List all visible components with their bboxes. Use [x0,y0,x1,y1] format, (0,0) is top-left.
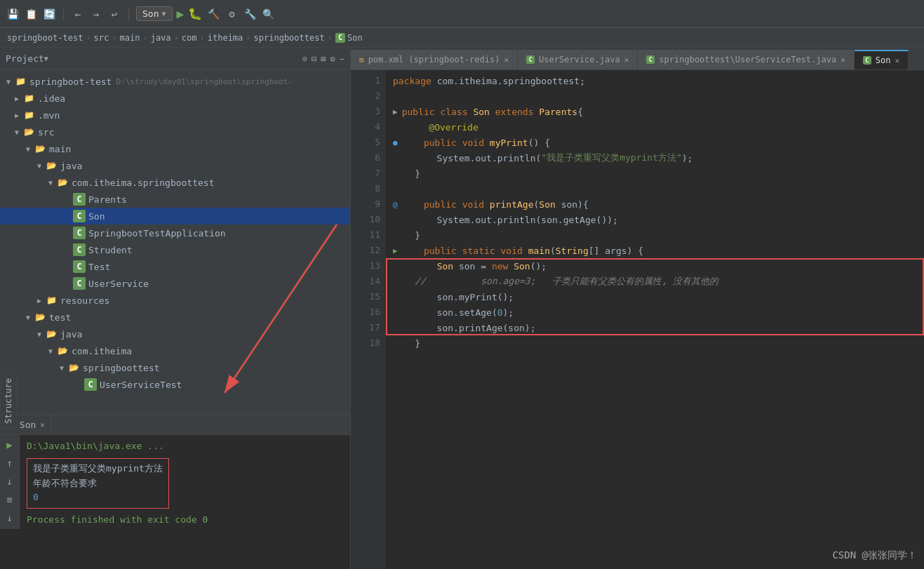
type-string: String [556,246,589,256]
sep2 [128,7,129,21]
refresh-icon[interactable]: 🔄 [42,7,56,21]
tab-close-icon[interactable]: ✕ [624,55,629,65]
code-line-13: Son son = new Son(); [393,258,924,274]
structure-tab[interactable]: Structure [0,373,17,429]
back-icon[interactable]: ← [71,7,85,21]
breadcrumb-item[interactable]: itheima [208,33,243,43]
kw-public2: public [402,138,462,148]
fn-myprint: myPrint [490,138,528,148]
run-controls: ▶ ↑ ↓ ≡ ↓ D:\Java1\bin\java.exe ... 我是子类… [0,435,350,529]
tree-test-java[interactable]: ▼ 📂 java [0,326,350,342]
arrow-icon: ▼ [45,179,56,187]
tree-springboottest[interactable]: ▼ 📂 springboottest [0,359,350,376]
tree-resources[interactable]: ▶ 📁 resources [0,292,350,309]
tree-mvn[interactable]: ▶ 📁 .mvn [0,107,350,123]
folder-icon: 📁 [14,75,27,88]
tree-parents[interactable]: C Parents [0,191,350,208]
tab-close-icon[interactable]: ✕ [841,55,845,65]
class-icon: C [73,227,86,239]
run-tab-close-icon[interactable]: ✕ [40,420,45,429]
collapse-icon[interactable]: ⊟ [312,54,316,64]
breadcrumb-item[interactable]: springboottest [254,33,325,43]
project-dropdown-icon[interactable]: ▼ [44,55,48,62]
arrow-icon: ▶ [34,297,45,304]
tree-package[interactable]: ▼ 📂 com.itheima.springboottest [0,174,350,191]
class-icon: C [84,378,97,391]
code-editor[interactable]: package com.itheima.springboottest; ▶ pu… [386,70,924,569]
folder-open-icon: 📂 [22,126,35,138]
tree-idea[interactable]: ▶ 📁 .idea [0,90,350,107]
save-icon[interactable]: 💾 [6,7,20,21]
tab-userservicetest-label: springboottest\UserServiceTest.java [659,55,836,65]
code-line-12: ▶ public static void main(String[] args)… [393,243,924,258]
locate-icon[interactable]: ⊙ [302,54,307,64]
tree-userservice[interactable]: C UserService [0,275,350,292]
forward-icon[interactable]: → [89,7,103,21]
tree-root[interactable]: ▼ 📁 springboot-test D:\strudy\day01\spri… [0,73,350,90]
arrow-icon: ▼ [11,128,22,136]
run-header: ▶ Son ✕ [0,415,350,435]
tree-main[interactable]: ▼ 📂 main [0,140,350,157]
tab-userservicetest[interactable]: C springboottest\UserServiceTest.java ✕ [638,50,855,69]
line-num-13: 13 [351,258,380,274]
run-line2-icon: ▶ [393,246,398,255]
run-up-button[interactable]: ↑ [3,456,17,470]
breadcrumb-item[interactable]: com [182,33,197,43]
run-play-button[interactable]: ▶ [3,438,17,452]
run-wrap-button[interactable]: ≡ [3,493,17,507]
tab-son[interactable]: C Son ✕ [855,50,909,69]
tab-close-icon[interactable]: ✕ [504,55,509,65]
tree-src[interactable]: ▼ 📂 src [0,123,350,140]
project-header-icons: ⊙ ⊟ ⊞ ⚙ − [302,54,344,64]
tab-son-label: Son [876,55,891,65]
kw-new: new [492,261,514,272]
line-num-8: 8 [351,181,380,196]
run-down-button[interactable]: ↓ [3,474,17,488]
class-icon: C [73,260,86,273]
tree-item-label: SpringbootTestApplication [88,228,226,239]
tree-item-label: main [49,144,71,154]
revert-icon[interactable]: ↩ [107,7,121,21]
kw-package: package [393,76,437,86]
breadcrumb-sep: › [246,33,250,43]
run-config[interactable]: Son ▼ [136,6,173,21]
kw-public: public [402,107,441,117]
minimize-icon[interactable]: − [340,54,344,64]
tree-app[interactable]: C SpringbootTestApplication [0,225,350,241]
breadcrumb-item[interactable]: java [151,33,171,43]
gear-icon[interactable]: ⚙ [330,54,335,64]
tree-item-label: Son [88,211,105,222]
class-son: Son [473,107,495,117]
tree-son[interactable]: C Son [0,208,350,225]
breadcrumb-item[interactable]: src [94,33,109,43]
save2-icon[interactable]: 📋 [24,7,38,21]
tree-item-label: test [49,312,71,323]
tab-userservice[interactable]: C UserService.java ✕ [518,50,638,69]
arrow-icon: ▶ [11,95,22,102]
tools-icon[interactable]: 🔧 [243,7,257,21]
run-button[interactable]: ▶ [177,6,185,21]
build-icon[interactable]: 🔨 [206,7,220,21]
expand-icon[interactable]: ⊞ [321,54,326,64]
debug-button[interactable]: 🐛 [188,7,202,20]
breadcrumb-item[interactable]: springboot-test [7,33,83,43]
kw-static: static [462,246,501,256]
settings-icon[interactable]: ⚙ [225,7,239,21]
line-num-2: 2 [351,88,380,104]
breadcrumb-item[interactable]: C Son [335,33,363,43]
run-stop-button[interactable]: ↓ [3,511,17,525]
tab-close-icon[interactable]: ✕ [895,56,900,65]
tree-com-itheima[interactable]: ▼ 📂 com.itheima [0,342,350,359]
tree-userservicetest[interactable]: C UserServiceTest [0,376,350,393]
tree-strudent[interactable]: C Strudent [0,241,350,258]
tree-test-folder[interactable]: ▼ 📂 test [0,309,350,326]
tree-item-label: java [60,161,82,171]
tab-pom[interactable]: m pom.xml (springboot-redis) ✕ [351,50,518,69]
tree-test-class[interactable]: C Test [0,258,350,275]
folder-open-icon: 📂 [56,344,69,357]
line-num-12: 12 [351,243,380,258]
tree-item-label: Test [88,262,110,272]
tree-java[interactable]: ▼ 📂 java [0,157,350,174]
breadcrumb-item[interactable]: main [120,33,140,43]
search-icon[interactable]: 🔍 [261,7,275,21]
